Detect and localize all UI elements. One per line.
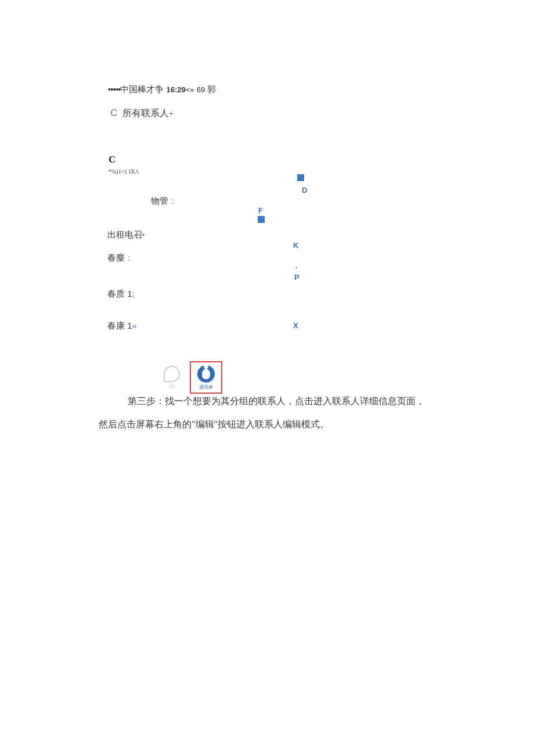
index-letter-x[interactable]: X	[293, 321, 298, 330]
status-time: 16:29	[166, 85, 185, 94]
index-letter-p[interactable]: P	[294, 273, 300, 282]
contact-name: 出租电召	[107, 229, 142, 239]
contact-item-5[interactable]: 春康 1«	[107, 321, 137, 332]
contacts-tab[interactable]: 通讯录	[190, 361, 222, 394]
section-letter: C	[109, 154, 139, 165]
bottom-icon-row: 通i 通讯录	[160, 361, 222, 394]
contact-suffix: ：	[125, 253, 134, 262]
index-marker-icon	[258, 216, 265, 223]
page-title: 所有联系人	[122, 108, 169, 118]
clock-icon	[164, 366, 180, 382]
step-text-content: 第三步：找一个想要为其分组的联系人，点击进入联系人详细信息页面，然后点击屏幕右上…	[99, 396, 425, 429]
status-bar: •••••中国棒才争 16:29<» 69 郭	[108, 84, 216, 95]
signal-dots: •••••	[108, 84, 120, 94]
contact-name: 春麋	[107, 253, 125, 262]
contact-suffix: ;	[132, 289, 135, 298]
contact-item-3[interactable]: 春麋：	[107, 253, 134, 264]
status-arrows: <»	[186, 85, 194, 94]
index-letter-k[interactable]: K	[293, 241, 298, 250]
contact-name: 春康 1	[107, 321, 132, 330]
contact-item-2[interactable]: 出租电召•	[107, 229, 145, 240]
contact-item-1[interactable]: 物管：	[151, 196, 177, 207]
contact-suffix: •	[142, 231, 145, 239]
section-header: C *%)1=1 IXA	[109, 154, 139, 176]
battery-level: 69	[197, 85, 205, 94]
step-instruction-text: 第三步：找一个想要为其分组的联系人，点击进入联系人详细信息页面，然后点击屏幕右上…	[99, 390, 430, 436]
contact-name: 春质 1	[107, 289, 132, 298]
contact-suffix: ：	[168, 196, 177, 206]
recents-tab[interactable]: 通i	[160, 362, 184, 393]
contact-item-4[interactable]: 春质 1;	[107, 289, 135, 300]
index-letter-d[interactable]: D	[302, 186, 307, 195]
section-subscript-a: A	[135, 168, 139, 175]
person-icon	[197, 365, 215, 383]
header-row: C 所有联系人+	[110, 107, 174, 120]
status-name: 郭	[207, 84, 216, 94]
recents-label: 通i	[169, 383, 175, 390]
contact-name: 物管	[151, 196, 168, 206]
add-button[interactable]: +	[169, 109, 174, 118]
index-dot[interactable]: .	[295, 261, 298, 270]
back-button[interactable]: C	[110, 107, 117, 118]
section-subscript: *%)1=1 IX	[109, 168, 135, 175]
index-marker-icon	[297, 174, 304, 181]
index-letter-f[interactable]: F	[258, 206, 263, 215]
carrier-name: 中国棒才争	[120, 84, 164, 94]
contact-suffix: «	[132, 321, 137, 330]
contacts-label: 通讯录	[199, 384, 213, 390]
